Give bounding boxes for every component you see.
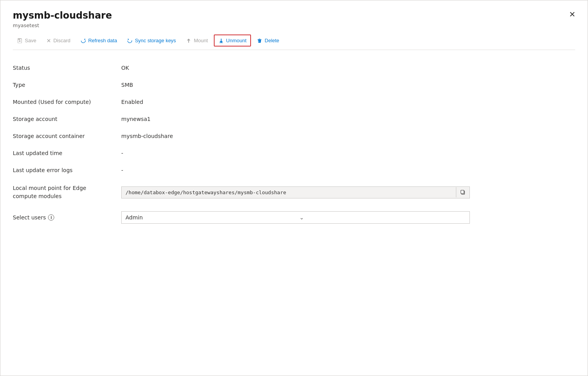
panel-header: mysmb-cloudshare myasetest	[13, 10, 575, 28]
mount-point-input-wrap: /home/databox-edge/hostgatewayshares/mys…	[121, 186, 470, 198]
chevron-down-icon: ⌄	[296, 212, 469, 223]
discard-icon: ✕	[46, 38, 51, 44]
last-updated-label: Last updated time	[13, 145, 121, 162]
mount-label: Mount	[194, 38, 208, 43]
svg-rect-2	[461, 190, 464, 194]
close-icon: ✕	[569, 10, 576, 19]
panel-title: mysmb-cloudshare	[13, 10, 575, 22]
delete-label: Delete	[265, 38, 279, 43]
unmount-button[interactable]: Unmount	[214, 34, 251, 47]
mount-point-value: /home/databox-edge/hostgatewayshares/mys…	[121, 181, 575, 204]
mounted-value: Enabled	[121, 93, 575, 110]
mount-point-label: Local mount point for Edgecompute module…	[13, 179, 121, 206]
form-grid: Status OK Type SMB Mounted (Used for com…	[13, 59, 575, 229]
mount-button[interactable]: Mount	[182, 35, 212, 46]
save-label: Save	[25, 38, 36, 43]
refresh-button[interactable]: Refresh data	[76, 35, 121, 46]
mounted-label: Mounted (Used for compute)	[13, 93, 121, 110]
select-users-value[interactable]: Admin ⌄	[121, 206, 575, 229]
refresh-label: Refresh data	[88, 38, 117, 43]
save-icon	[17, 38, 22, 43]
type-value: SMB	[121, 76, 575, 93]
mount-icon	[186, 38, 191, 43]
storage-account-value: mynewsa1	[121, 110, 575, 128]
unmount-icon	[218, 38, 224, 43]
type-label: Type	[13, 76, 121, 93]
users-selected: Admin	[122, 212, 296, 223]
copy-mount-point-button[interactable]	[456, 187, 469, 197]
storage-account-label: Storage account	[13, 110, 121, 128]
unmount-label: Unmount	[226, 38, 247, 43]
save-button[interactable]: Save	[13, 35, 41, 46]
select-users-label: Select users i	[13, 209, 121, 226]
error-logs-label: Last update error logs	[13, 162, 121, 179]
error-logs-value: -	[121, 162, 575, 179]
panel-subtitle: myasetest	[13, 22, 575, 28]
storage-container-label: Storage account container	[13, 128, 121, 145]
copy-icon	[460, 190, 466, 195]
sync-icon	[127, 38, 132, 43]
status-label: Status	[13, 59, 121, 76]
detail-panel: ✕ mysmb-cloudshare myasetest Save ✕ Disc…	[0, 0, 588, 376]
sync-label: Sync storage keys	[135, 38, 176, 43]
refresh-icon	[81, 38, 86, 43]
sync-button[interactable]: Sync storage keys	[123, 35, 180, 46]
mount-point-text: /home/databox-edge/hostgatewayshares/mys…	[122, 187, 456, 198]
toolbar: Save ✕ Discard Refresh data Sync storage…	[13, 31, 575, 50]
last-updated-value: -	[121, 145, 575, 162]
delete-icon	[257, 38, 262, 43]
delete-button[interactable]: Delete	[253, 35, 284, 46]
status-value: OK	[121, 59, 575, 76]
close-button[interactable]: ✕	[566, 8, 578, 21]
info-icon: i	[48, 214, 54, 221]
discard-label: Discard	[53, 38, 70, 43]
storage-container-value: mysmb-cloudshare	[121, 128, 575, 145]
discard-button[interactable]: ✕ Discard	[42, 35, 75, 47]
users-dropdown[interactable]: Admin ⌄	[121, 211, 470, 224]
